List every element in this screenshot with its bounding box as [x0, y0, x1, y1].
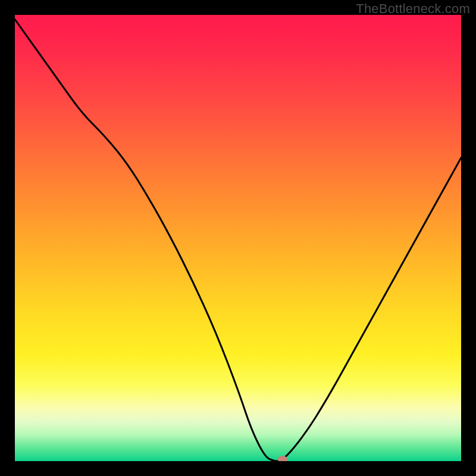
- gradient-plot-area: [15, 15, 461, 461]
- chart-frame: TheBottleneck.com: [0, 0, 476, 476]
- watermark-text: TheBottleneck.com: [356, 1, 470, 17]
